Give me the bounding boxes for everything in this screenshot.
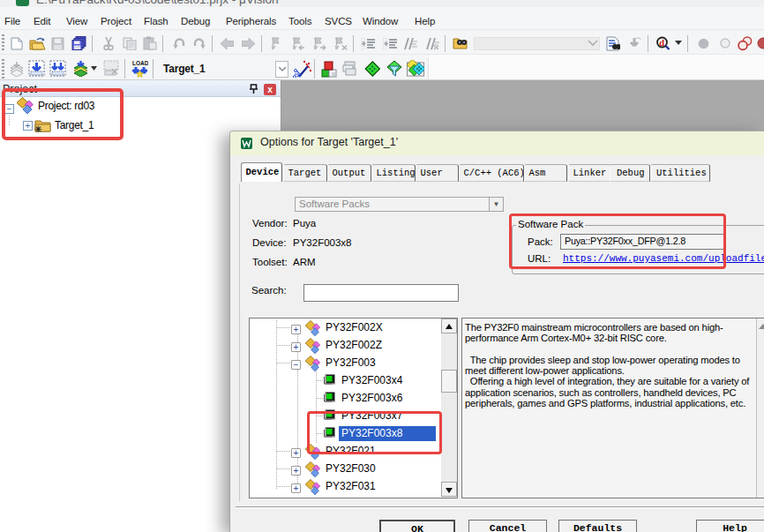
svg-text:d: d [659,37,664,48]
svg-text:LOAD: LOAD [132,60,148,66]
